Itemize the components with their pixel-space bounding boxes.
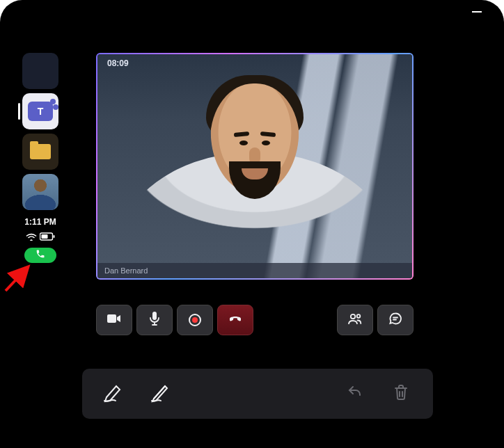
- trash-icon: [393, 384, 409, 403]
- hang-up-button[interactable]: [217, 305, 253, 335]
- pen-icon: [150, 382, 171, 406]
- microphone-icon: [149, 311, 160, 329]
- people-button[interactable]: [337, 305, 373, 335]
- undo-button[interactable]: [340, 378, 370, 409]
- record-icon: [189, 314, 201, 326]
- camera-icon: [107, 313, 122, 327]
- hang-up-icon: [227, 310, 244, 330]
- device-frame: T 1:11 PM 08:09: [0, 0, 504, 448]
- camera-button[interactable]: [96, 305, 132, 335]
- status-icons: [26, 232, 55, 241]
- undo-icon: [347, 384, 363, 403]
- svg-point-7: [357, 314, 361, 318]
- svg-rect-4: [107, 314, 116, 323]
- svg-rect-2: [42, 234, 48, 239]
- svg-rect-1: [54, 235, 55, 238]
- annotation-toolbar: [82, 369, 433, 419]
- delete-button[interactable]: [386, 378, 416, 409]
- battery-icon: [40, 232, 55, 241]
- highlighter-tool[interactable]: [99, 378, 129, 409]
- teams-icon-letter: T: [38, 106, 44, 117]
- teams-icon: T: [28, 102, 53, 121]
- record-button[interactable]: [177, 305, 213, 335]
- chat-button[interactable]: [377, 305, 414, 335]
- wifi-icon: [26, 232, 37, 241]
- clock-label: 1:11 PM: [24, 217, 56, 227]
- sidebar-app-launcher[interactable]: [22, 53, 58, 89]
- phone-icon: [36, 249, 45, 262]
- remote-video: [97, 54, 412, 278]
- minimize-button[interactable]: [472, 11, 482, 13]
- highlighter-icon: [102, 382, 126, 406]
- svg-point-6: [351, 314, 355, 319]
- folder-icon: [30, 144, 51, 159]
- annotation-arrow: [3, 263, 33, 294]
- active-call-indicator[interactable]: [24, 248, 56, 263]
- participant-portrait: [136, 71, 373, 271]
- call-timer: 08:09: [107, 58, 129, 68]
- people-icon: [347, 312, 363, 328]
- app-sidebar: T 1:11 PM: [21, 53, 60, 263]
- svg-rect-5: [152, 312, 157, 320]
- sidebar-app-profile[interactable]: [22, 174, 58, 210]
- microphone-button[interactable]: [136, 305, 173, 335]
- sidebar-app-teams[interactable]: T: [22, 93, 58, 129]
- svg-line-3: [6, 269, 26, 291]
- avatar-icon: [22, 174, 58, 210]
- sidebar-app-files[interactable]: [22, 134, 58, 170]
- participant-name-bar: Dan Bernard: [97, 263, 412, 278]
- pen-tool[interactable]: [145, 378, 175, 409]
- chat-icon: [388, 312, 402, 328]
- call-controls: [96, 302, 414, 338]
- video-feed[interactable]: 08:09 Dan Bernard: [97, 54, 412, 278]
- video-panel: 08:09 Dan Bernard: [96, 53, 414, 280]
